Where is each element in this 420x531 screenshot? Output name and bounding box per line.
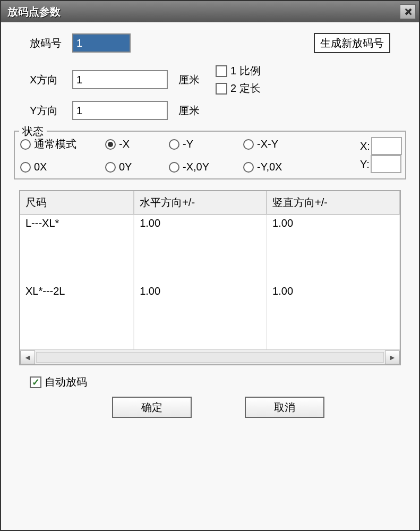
table-cell[interactable]: XL*---2L [20,283,134,349]
radio-zero-y-label: 0Y [119,161,132,173]
radio-neg-x-zero-y-label: -X,0Y [183,161,209,173]
button-row: 确定 取消 [30,397,406,418]
radio-neg-x-y[interactable]: -X-Y [243,138,318,150]
side-x-label: X: [360,140,370,152]
x-input[interactable] [72,70,168,89]
check-ratio-label: 1 比例 [230,64,261,78]
status-legend: 状态 [19,124,47,139]
radio-neg-x-zero-y[interactable]: -X,0Y [169,161,243,173]
radio-zero-x-label: 0X [34,161,47,173]
side-x-input[interactable] [371,137,402,155]
ok-button[interactable]: 确定 [112,397,192,418]
radio-zero-y[interactable]: 0Y [105,161,169,173]
row-y: Y方向 厘米 [14,101,406,120]
horizontal-scrollbar[interactable]: ◄ ► [20,349,400,364]
auto-grade-label: 自动放码 [45,375,87,389]
radio-grid: 通常模式 -X -Y -X-Y [20,137,360,173]
size-table: 尺码 水平方向+/- 竖直方向+/- L---XL*1.001.00XL*---… [20,191,400,349]
radio-icon [20,139,31,150]
radio-icon [169,162,179,173]
radio-neg-x-y-label: -X-Y [257,138,278,150]
radio-normal[interactable]: 通常模式 [20,137,105,151]
th-vertical[interactable]: 竖直方向+/- [267,191,399,215]
radio-neg-y-zero-x[interactable]: -Y,0X [243,161,318,173]
table-cell[interactable]: 1.00 [267,215,399,283]
check-group: 1 比例 2 定长 [216,64,261,96]
dialog-window: 放码点参数 ✕ 放码号 生成新放码号 X方向 厘米 1 比例 2 定长 [0,0,420,531]
table-row[interactable]: XL*---2L1.001.00 [20,283,399,349]
check-fixed-label: 2 定长 [230,81,261,96]
scroll-right-icon[interactable]: ► [385,350,400,364]
radio-icon [243,139,254,150]
code-label: 放码号 [14,36,72,50]
radio-neg-y-zero-x-label: -Y,0X [257,161,282,173]
table-row[interactable]: L---XL*1.001.00 [20,215,399,283]
x-unit: 厘米 [178,73,210,87]
cancel-button[interactable]: 取消 [245,397,324,418]
scroll-track[interactable] [36,352,384,363]
radio-neg-y[interactable]: -Y [169,138,243,150]
x-label: X方向 [14,73,72,87]
radio-neg-x-label: -X [119,138,130,150]
side-inputs: X: Y: [360,137,402,173]
checkbox-icon [30,376,41,388]
radio-normal-label: 通常模式 [34,137,76,151]
radio-neg-x[interactable]: -X [105,138,169,150]
window-title: 放码点参数 [7,5,61,19]
checkbox-icon [216,65,227,77]
radio-icon [105,139,116,150]
th-horizontal[interactable]: 水平方向+/- [134,191,267,215]
row-x: X方向 厘米 1 比例 2 定长 [14,64,406,96]
auto-grade-check[interactable]: 自动放码 [30,375,406,389]
radio-neg-y-label: -Y [183,138,193,150]
table-cell[interactable]: L---XL* [20,215,134,283]
scroll-left-icon[interactable]: ◄ [20,350,35,364]
bottom-area: 自动放码 确定 取消 [14,375,406,418]
table-cell[interactable]: 1.00 [267,283,399,349]
checkbox-icon [216,83,227,95]
side-y-input[interactable] [371,155,401,173]
y-unit: 厘米 [178,104,210,118]
check-ratio[interactable]: 1 比例 [216,64,261,78]
row-code: 放码号 生成新放码号 [14,33,406,53]
table-cell[interactable]: 1.00 [134,283,267,349]
status-fieldset: 状态 通常模式 -X -Y [14,131,406,179]
table-cell[interactable]: 1.00 [134,215,267,283]
y-label: Y方向 [14,104,72,118]
code-input[interactable] [72,33,131,53]
dialog-body: 放码号 生成新放码号 X方向 厘米 1 比例 2 定长 Y方向 厘米 [1,22,419,530]
titlebar: 放码点参数 ✕ [1,1,419,22]
radio-icon [20,162,31,173]
th-size[interactable]: 尺码 [20,191,134,215]
radio-icon [169,139,179,150]
radio-icon [243,162,254,173]
close-button[interactable]: ✕ [400,4,416,19]
size-table-wrap: 尺码 水平方向+/- 竖直方向+/- L---XL*1.001.00XL*---… [19,190,401,365]
radio-zero-x[interactable]: 0X [20,161,105,173]
table-body: L---XL*1.001.00XL*---2L1.001.00 [20,215,399,349]
check-fixed[interactable]: 2 定长 [216,81,261,96]
close-icon: ✕ [404,6,412,18]
y-input[interactable] [72,101,168,120]
side-y-label: Y: [360,158,370,170]
generate-code-button[interactable]: 生成新放码号 [314,33,390,53]
radio-icon [105,162,116,173]
